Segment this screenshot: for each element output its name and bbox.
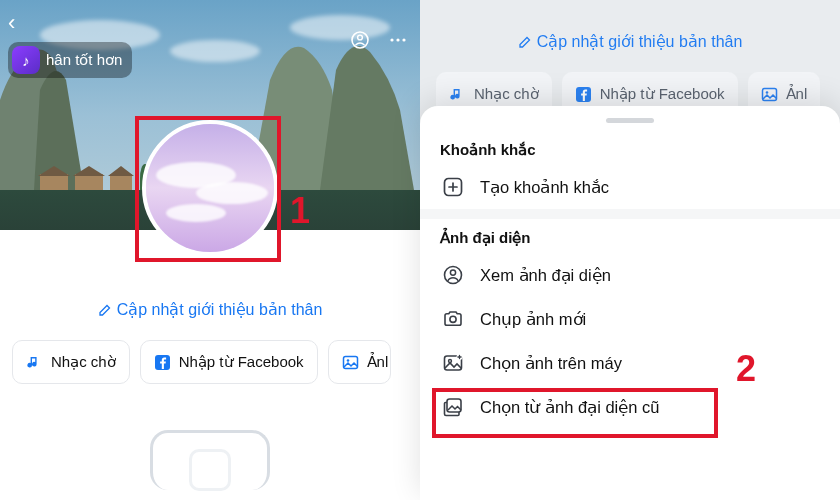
chip-label: Nhập từ Facebook <box>179 353 304 371</box>
left-phone: ‹ ♪ hân tốt hơn 1 Cập nhật giới thiệu bả… <box>0 0 420 500</box>
bottom-sheet: Khoảnh khắc Tạo khoảnh khắc Ảnh đại diện… <box>420 106 840 500</box>
svg-point-4 <box>402 38 405 41</box>
person-circle-icon <box>440 264 466 286</box>
menu-label: Chọn ảnh trên máy <box>480 354 622 373</box>
section-header-avatar: Ảnh đại diện <box>420 219 840 253</box>
decorative-phone-graphic <box>150 430 270 490</box>
profile-name <box>130 266 290 288</box>
svg-rect-6 <box>343 356 357 368</box>
right-phone: Cập nhật giới thiệu bản thân Nhạc chờ Nh… <box>420 0 840 500</box>
avatar[interactable] <box>142 120 278 256</box>
svg-point-7 <box>346 359 349 362</box>
menu-label: Chụp ảnh mới <box>480 310 586 329</box>
pencil-icon <box>518 35 532 49</box>
chip-label: Nhạc chờ <box>51 353 116 371</box>
svg-point-13 <box>450 270 455 275</box>
update-bio-link[interactable]: Cập nhật giới thiệu bản thân <box>0 300 420 319</box>
menu-label: Chọn từ ảnh đại diện cũ <box>480 398 659 417</box>
more-dots-icon[interactable] <box>388 30 408 50</box>
gallery-icon <box>440 396 466 418</box>
svg-point-1 <box>358 35 363 40</box>
story-ring-icon[interactable] <box>350 30 370 50</box>
facebook-icon <box>154 354 171 371</box>
music-icon <box>26 354 43 371</box>
menu-label: Xem ảnh đại diện <box>480 266 611 285</box>
svg-point-3 <box>396 38 399 41</box>
svg-rect-9 <box>762 88 776 100</box>
section-header-moment: Khoảnh khắc <box>420 131 840 165</box>
bg-chip-label: Nhập từ Facebook <box>600 85 725 103</box>
menu-view-avatar[interactable]: Xem ảnh đại diện <box>420 253 840 297</box>
annotation-step-2: 2 <box>736 348 756 390</box>
svg-rect-18 <box>447 399 461 412</box>
bg-bio-label: Cập nhật giới thiệu bản thân <box>537 32 743 51</box>
pencil-icon <box>98 303 112 317</box>
sheet-grabber[interactable] <box>606 118 654 123</box>
plus-square-icon <box>440 176 466 198</box>
facebook-icon <box>575 86 592 103</box>
cover-actions <box>350 30 408 50</box>
svg-point-14 <box>450 316 456 322</box>
chip-image-partial[interactable]: Ảnl <box>328 340 392 384</box>
image-icon <box>761 86 778 103</box>
bio-link-label: Cập nhật giới thiệu bản thân <box>117 300 323 319</box>
bg-chip-label: Nhạc chờ <box>474 85 539 103</box>
app-chip-label: hân tốt hơn <box>46 51 122 69</box>
bg-chip-label: Ảnl <box>786 85 808 103</box>
svg-point-10 <box>765 91 768 94</box>
annotation-step-1: 1 <box>290 190 310 232</box>
back-chevron-icon[interactable]: ‹ <box>8 10 15 36</box>
music-icon <box>449 86 466 103</box>
svg-point-2 <box>390 38 393 41</box>
app-chip[interactable]: ♪ hân tốt hơn <box>8 42 132 78</box>
menu-choose-from-device[interactable]: Chọn ảnh trên máy <box>420 341 840 385</box>
bg-update-bio-link: Cập nhật giới thiệu bản thân <box>420 32 840 51</box>
menu-take-photo[interactable]: Chụp ảnh mới <box>420 297 840 341</box>
menu-create-moment[interactable]: Tạo khoảnh khắc <box>420 165 840 209</box>
camera-icon <box>440 308 466 330</box>
profile-chips-row: Nhạc chờ Nhập từ Facebook Ảnl <box>0 340 420 384</box>
section-divider <box>420 209 840 219</box>
image-icon <box>342 354 359 371</box>
image-plus-icon <box>440 352 466 374</box>
chip-import-facebook[interactable]: Nhập từ Facebook <box>140 340 318 384</box>
music-note-icon: ♪ <box>12 46 40 74</box>
chip-ringback-music[interactable]: Nhạc chờ <box>12 340 130 384</box>
chip-label: Ảnl <box>367 353 389 371</box>
menu-choose-old-avatar[interactable]: Chọn từ ảnh đại diện cũ <box>420 385 840 429</box>
menu-label: Tạo khoảnh khắc <box>480 178 609 197</box>
